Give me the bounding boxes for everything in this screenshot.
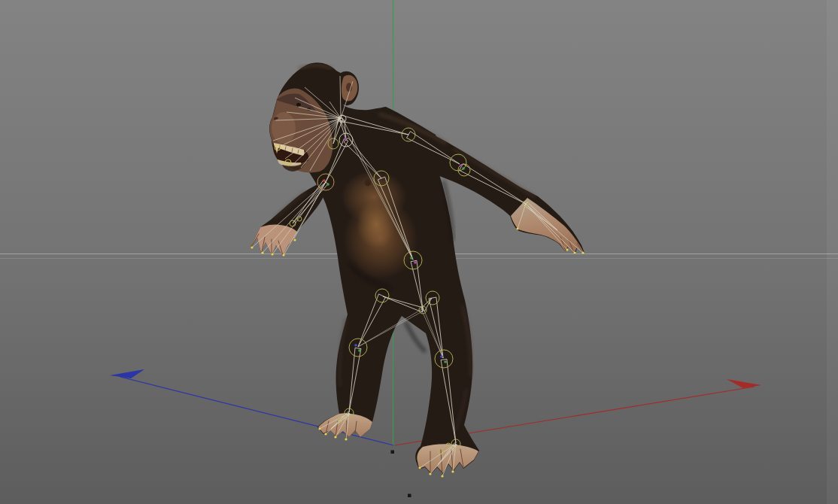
scene-svg xyxy=(0,0,838,504)
joint-axis-dot xyxy=(462,167,465,170)
tip-dot xyxy=(318,427,320,430)
muzzle xyxy=(272,112,296,144)
tip-dot xyxy=(250,246,253,248)
joint-axis-dot xyxy=(326,183,329,186)
tip-dot xyxy=(324,433,326,435)
tip-dot xyxy=(573,251,575,254)
tip-dot xyxy=(334,436,336,438)
tip-dot xyxy=(293,238,296,241)
joint-axis-dot xyxy=(358,349,361,352)
tip-dot xyxy=(429,472,431,475)
tip-dot xyxy=(271,253,273,255)
joint-axis-dot xyxy=(344,138,347,141)
nipple xyxy=(365,180,371,186)
tip-dot xyxy=(441,475,443,477)
joint-axis-dot xyxy=(440,355,443,358)
rig-fan-line xyxy=(263,182,326,253)
tip-dot xyxy=(418,466,421,469)
x-axis-arrowhead xyxy=(727,379,761,388)
viewport-edge-band xyxy=(827,0,838,504)
tip-dot xyxy=(451,470,454,472)
joint-axis-dot xyxy=(410,257,413,260)
right-foot-skin xyxy=(417,444,478,473)
joint-axis-dot xyxy=(460,164,463,167)
joint-axis-dot xyxy=(444,360,447,363)
tip-dot xyxy=(261,251,263,254)
3d-viewport[interactable] xyxy=(0,0,838,504)
pivot-dot[interactable] xyxy=(408,494,411,498)
pivot-dot[interactable] xyxy=(391,451,395,454)
tip-dot xyxy=(566,248,568,250)
tip-dot xyxy=(345,438,347,440)
tip-dot xyxy=(282,254,284,256)
tip-dot xyxy=(581,251,584,254)
joint-axis-dot xyxy=(414,261,417,264)
joint-axis-dot xyxy=(323,179,326,182)
eye-left xyxy=(296,103,301,107)
joint-axis-dot xyxy=(354,344,357,347)
z-axis-arrowhead xyxy=(110,369,144,378)
tip-dot xyxy=(516,227,518,229)
